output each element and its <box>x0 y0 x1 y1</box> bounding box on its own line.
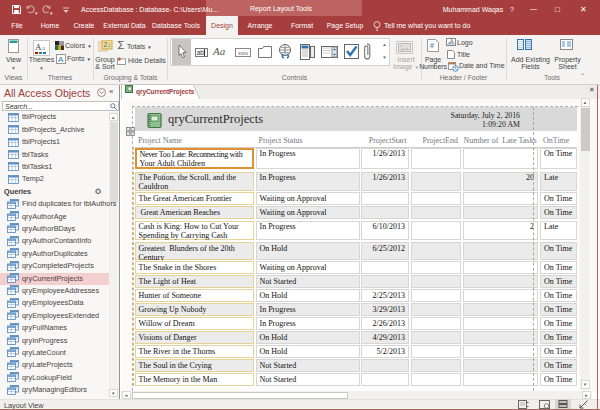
svg-text:A: A <box>35 42 42 52</box>
svg-text:2↓: 2↓ <box>104 41 111 48</box>
svg-text:A: A <box>58 55 64 64</box>
svg-text:#: # <box>430 42 434 49</box>
